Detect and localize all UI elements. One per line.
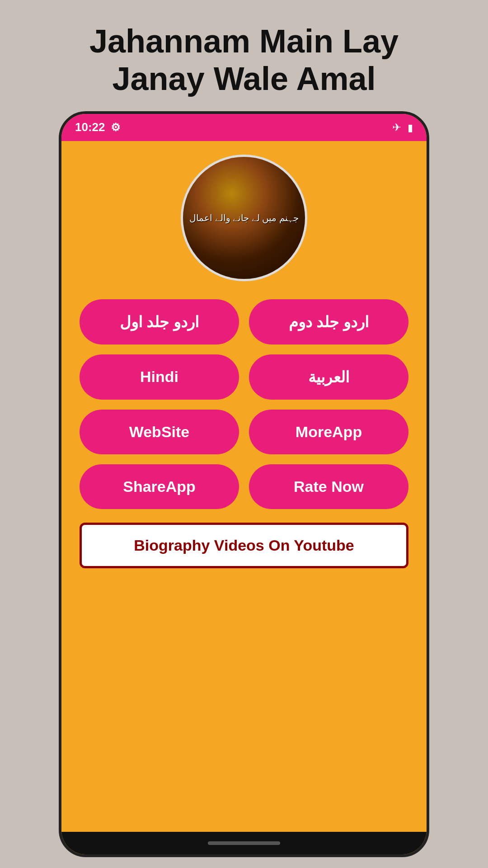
biography-banner[interactable]: Biography Videos On Youtube bbox=[80, 523, 408, 568]
clock: 10:22 bbox=[75, 120, 105, 134]
battery-icon bbox=[408, 121, 413, 134]
status-bar: 10:22 bbox=[61, 114, 427, 141]
button-website[interactable]: WebSite bbox=[80, 410, 239, 454]
app-logo: جہنم میں لے جانے والے اعمال bbox=[181, 155, 307, 281]
home-indicator bbox=[61, 832, 427, 854]
logo-inner: جہنم میں لے جانے والے اعمال bbox=[183, 157, 305, 279]
button-arabic[interactable]: العربية bbox=[249, 354, 408, 400]
app-content: جہنم میں لے جانے والے اعمال اردو جلد اول… bbox=[61, 141, 427, 832]
buttons-grid: اردو جلد اول اردو جلد دوم Hindi العربية … bbox=[80, 299, 408, 509]
airplane-icon bbox=[392, 121, 401, 134]
button-urdu-vol1[interactable]: اردو جلد اول bbox=[80, 299, 239, 344]
button-hindi[interactable]: Hindi bbox=[80, 354, 239, 400]
button-urdu-vol2[interactable]: اردو جلد دوم bbox=[249, 299, 408, 344]
page-title: Jahannam Main Lay Janay Wale Amal bbox=[89, 23, 399, 98]
logo-urdu-text: جہنم میں لے جانے والے اعمال bbox=[185, 206, 303, 230]
home-bar bbox=[208, 841, 280, 845]
phone-frame: 10:22 جہنم میں لے جانے والے اعمال اردو ج… bbox=[59, 111, 429, 857]
button-shareapp[interactable]: ShareApp bbox=[80, 464, 239, 509]
button-ratenow[interactable]: Rate Now bbox=[249, 464, 408, 509]
status-left: 10:22 bbox=[75, 120, 121, 134]
button-moreapp[interactable]: MoreApp bbox=[249, 410, 408, 454]
page-wrapper: Jahannam Main Lay Janay Wale Amal 10:22 … bbox=[0, 0, 488, 868]
status-right bbox=[392, 121, 413, 134]
settings-icon bbox=[111, 121, 121, 134]
biography-text: Biography Videos On Youtube bbox=[134, 537, 354, 554]
